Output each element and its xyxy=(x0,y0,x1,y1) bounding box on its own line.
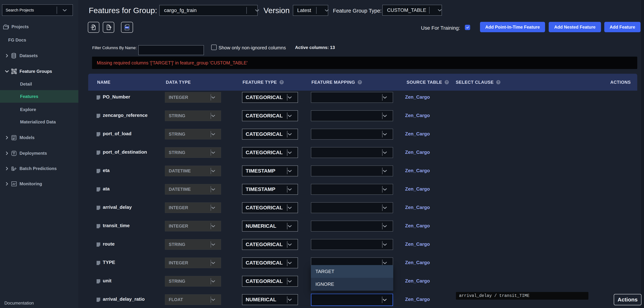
svg-text:SQL: SQL xyxy=(125,26,128,28)
